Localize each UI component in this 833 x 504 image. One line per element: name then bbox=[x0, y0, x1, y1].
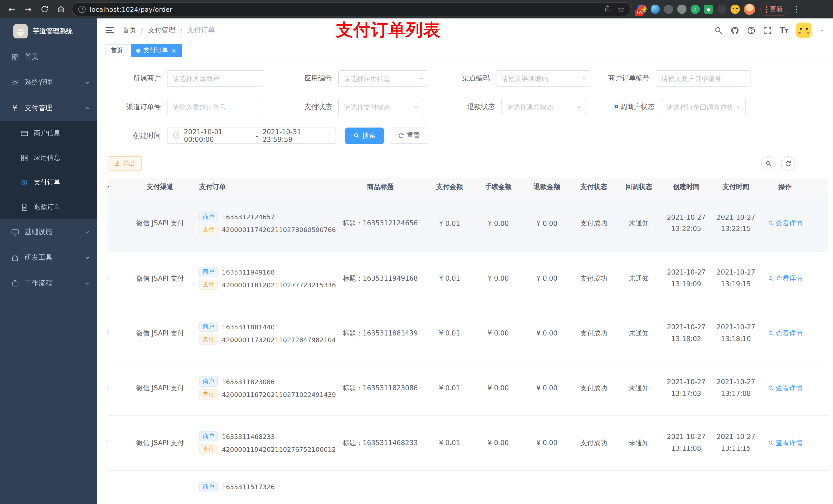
extension-icon[interactable]: ◆ bbox=[704, 5, 713, 14]
chevron-down-icon bbox=[85, 281, 90, 286]
briefcase-icon bbox=[10, 280, 20, 287]
col-refund: 退款金额 bbox=[523, 178, 571, 196]
hamburger-icon[interactable] bbox=[105, 27, 114, 33]
reset-button[interactable]: 重置 bbox=[390, 127, 428, 144]
extension-icon[interactable]: ✓ bbox=[691, 5, 700, 14]
grid-icon bbox=[20, 154, 29, 162]
tab-pay-order[interactable]: 支付订单 × bbox=[131, 44, 182, 57]
url-bar[interactable]: i localhost:1024/pay/order ☆ bbox=[72, 2, 631, 16]
sidebar-item-merchant-info[interactable]: 商户信息 bbox=[0, 121, 97, 145]
pay-tag: 支付 bbox=[199, 225, 218, 235]
view-detail-link[interactable]: 查看详情 bbox=[768, 219, 803, 228]
search-button[interactable]: 搜索 bbox=[345, 127, 384, 144]
pay-tag: 支付 bbox=[199, 444, 218, 454]
col-filler bbox=[809, 178, 828, 196]
browser-profile-avatar[interactable] bbox=[744, 4, 755, 15]
extension-icon[interactable] bbox=[677, 5, 687, 14]
sidebar-item-app-info[interactable]: 应用信息 bbox=[0, 145, 97, 170]
refund-status-select[interactable] bbox=[501, 99, 586, 115]
sidebar-item-refund-order[interactable]: 退款订单 bbox=[0, 195, 97, 219]
chevron-down-icon bbox=[85, 255, 90, 261]
channel-code-filter-label: 渠道编码 bbox=[428, 74, 496, 83]
channel-order-no: 4200001167202110271022491439 bbox=[222, 390, 336, 398]
close-icon[interactable]: × bbox=[171, 47, 177, 54]
document-icon bbox=[20, 203, 29, 211]
tab-home[interactable]: 首页 bbox=[105, 44, 128, 57]
reload-icon[interactable] bbox=[37, 2, 52, 17]
site-info-icon[interactable]: i bbox=[78, 6, 86, 13]
view-detail-link[interactable]: 查看详情 bbox=[768, 438, 803, 448]
toggle-search-button[interactable] bbox=[761, 156, 776, 171]
pin-extension-icon[interactable] bbox=[717, 5, 727, 14]
breadcrumb-pay[interactable]: 支付管理 bbox=[148, 26, 175, 35]
sidebar-item-pay-order[interactable]: 支付订单 bbox=[0, 170, 97, 195]
merchant-tag: 商户 bbox=[199, 322, 218, 332]
merchant-order-no: 1635311823086 bbox=[222, 378, 275, 385]
table-row: 118 微信 JSAPI 支付 商户1635311823086 支付420000… bbox=[108, 361, 828, 415]
merchant-order-no: 1635311949168 bbox=[222, 268, 275, 276]
channel-order-no: 4200001174202110278060590766 bbox=[222, 226, 336, 234]
merchant-filter-label: 所属商户 bbox=[108, 74, 167, 83]
browser-menu-icon[interactable]: ⋮ bbox=[792, 5, 800, 14]
extensions-area: 10 ✓ ◆ bbox=[637, 4, 755, 15]
merchant-filter-input[interactable] bbox=[167, 70, 264, 87]
create-time-range-picker[interactable]: 2021-10-01 00:00:00 - 2021-10-31 23:59:5… bbox=[167, 127, 336, 144]
search-icon[interactable] bbox=[714, 26, 723, 34]
view-detail-link[interactable]: 查看详情 bbox=[768, 383, 803, 392]
caret-down-icon[interactable] bbox=[819, 27, 825, 33]
breadcrumb-order: 支付订单 bbox=[187, 26, 215, 35]
font-size-icon[interactable]: TT bbox=[780, 26, 788, 35]
app-no-select[interactable] bbox=[338, 70, 428, 87]
url-text: localhost:1024/pay/order bbox=[90, 5, 172, 13]
home-icon[interactable] bbox=[53, 2, 69, 17]
page-title-annotation: 支付订单列表 bbox=[336, 19, 441, 42]
help-icon[interactable] bbox=[747, 26, 756, 34]
col-title: 商品标题 bbox=[336, 178, 425, 196]
sidebar-item-infra[interactable]: 基础设施 bbox=[0, 219, 97, 245]
range-separator: - bbox=[256, 132, 258, 140]
bookmark-star-icon[interactable]: ☆ bbox=[618, 5, 624, 14]
fullscreen-icon[interactable] bbox=[763, 26, 772, 34]
breadcrumb-home[interactable]: 首页 bbox=[122, 26, 136, 35]
sidebar: 芋道管理系统 首页 系统管理 ¥ 支付管理 bbox=[0, 19, 97, 504]
table-header-row: 编号 支付渠道 支付订单 商品标题 支付金额 手续金额 退款金额 支付状态 回调… bbox=[108, 178, 828, 196]
refresh-table-button[interactable] bbox=[781, 156, 795, 171]
search-icon bbox=[768, 220, 774, 226]
col-order: 支付订单 bbox=[192, 178, 336, 196]
channel-order-no-input[interactable] bbox=[167, 99, 262, 115]
browser-update-button[interactable]: 更新 bbox=[760, 3, 788, 16]
view-detail-link[interactable]: 查看详情 bbox=[768, 274, 803, 283]
merchant-order-no-input[interactable] bbox=[656, 70, 751, 87]
extension-icon[interactable]: 10 bbox=[637, 5, 646, 14]
create-time-filter-label: 创建时间 bbox=[108, 131, 167, 140]
pay-status-select[interactable] bbox=[338, 99, 423, 115]
user-avatar[interactable] bbox=[796, 23, 811, 38]
sidebar-item-dev-tools[interactable]: 研发工具 bbox=[0, 245, 97, 270]
search-icon bbox=[768, 440, 774, 446]
sidebar-item-home[interactable]: 首页 bbox=[0, 44, 97, 70]
merchant-order-no: 1635312124657 bbox=[222, 213, 275, 221]
back-icon[interactable]: ← bbox=[4, 2, 20, 17]
app-logo[interactable]: 芋道管理系统 bbox=[0, 19, 97, 44]
merchant-order-no: 1635311468233 bbox=[222, 433, 275, 440]
clock-icon bbox=[173, 132, 180, 139]
table-row: 120 微信 JSAPI 支付 商户1635311949168 支付420000… bbox=[108, 251, 828, 306]
chevron-down-icon bbox=[85, 229, 90, 235]
github-icon[interactable] bbox=[731, 26, 739, 34]
export-button[interactable]: 导出 bbox=[108, 156, 142, 171]
notify-status-filter-label: 回调商户状态 bbox=[586, 102, 661, 112]
table-row: 119 微信 JSAPI 支付 商户1635311881440 支付420000… bbox=[108, 306, 828, 361]
col-id: 编号 bbox=[108, 178, 128, 196]
extension-icon[interactable] bbox=[664, 5, 673, 14]
emoji-extension-icon[interactable] bbox=[731, 5, 740, 14]
channel-code-select[interactable] bbox=[496, 70, 591, 87]
notify-status-select[interactable] bbox=[661, 99, 746, 115]
refresh-icon bbox=[785, 160, 791, 167]
view-detail-link[interactable]: 查看详情 bbox=[768, 329, 803, 338]
share-icon[interactable] bbox=[604, 4, 612, 14]
sidebar-item-pay[interactable]: ¥ 支付管理 bbox=[0, 95, 97, 121]
sidebar-item-workflow[interactable]: 工作流程 bbox=[0, 270, 97, 296]
forward-icon[interactable]: → bbox=[21, 2, 36, 17]
sidebar-item-system[interactable]: 系统管理 bbox=[0, 70, 97, 95]
extension-icon[interactable] bbox=[651, 5, 660, 14]
